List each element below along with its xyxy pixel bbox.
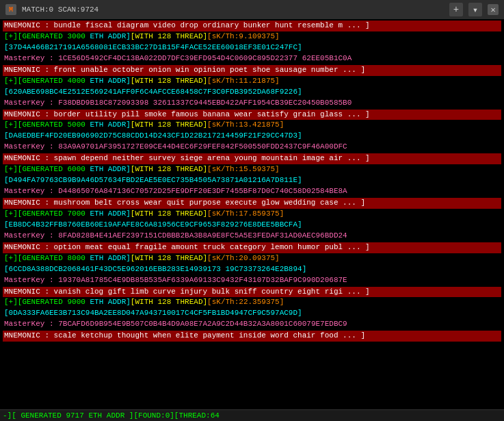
address-line: [EB8DC4B32FFB8760EB60E19AFAFE8C6A81956CE… (3, 220, 501, 231)
masterkey-line: MasterKey : 7BCAFD6D9B954E9B507C0B4B4D9A… (3, 319, 501, 330)
address-line: [D494FA79763CB9B9A46D57634FBD2EAE5E0EC73… (3, 175, 501, 186)
app-icon: M (5, 4, 16, 15)
address-line: [6CCD8A388DCB2068461F43DC5E962016EBB283E… (3, 264, 501, 275)
mnemonic-line: MNEMONIC : bundle fiscal diagram video d… (3, 21, 501, 31)
output-block: MNEMONIC : border utility pill smoke fam… (3, 110, 501, 153)
masterkey-line: MasterKey : 1CE56D5492CF4DC13BA022DD7DFC… (3, 53, 501, 64)
mnemonic-line: MNEMONIC : option meat equal fragile amo… (3, 242, 501, 253)
masterkey-line: MasterKey : F38DBD9B18C872093398 3261133… (3, 98, 501, 109)
address-line: [620ABE698BC4E2512E569241AFF0F6C4AFCCE68… (3, 87, 501, 98)
output-block: MNEMONIC : scale ketchup thought when el… (3, 331, 501, 342)
output-block: MNEMONIC : mushroom belt cross wear quit… (3, 198, 501, 242)
dropdown-button[interactable]: ▾ (468, 3, 482, 16)
generated-line: [+][GENERATED 6000 ETH ADDR][WITH 128 TH… (3, 164, 501, 175)
masterkey-line: MasterKey : D44865076A847136C70572D25FE9… (3, 186, 501, 197)
titlebar: M MATCH:0 SCAN:9724 + ▾ ✕ (0, 0, 504, 19)
address-line: [37D4A466B217191A6568081ECB33BC27D1B15F4… (3, 42, 501, 53)
mnemonic-line: MNEMONIC : spawn depend neither survey s… (3, 153, 501, 164)
masterkey-line: MasterKey : 8FAD828B4E41AEF2397151CDBBB2… (3, 231, 501, 242)
address-line: [DA8EDBEF4FD20EB906902D75C88CDD14D243CF1… (3, 131, 501, 142)
generated-line: [+][GENERATED 8000 ETH ADDR][WITH 128 TH… (3, 253, 501, 264)
add-button[interactable]: + (449, 3, 463, 16)
generated-line: [+][GENERATED 3000 ETH ADDR][WITH 128 TH… (3, 31, 501, 42)
mnemonic-line: MNEMONIC : scale ketchup thought when el… (3, 331, 501, 342)
status-text: -][ GENERATED 9717 ETH ADDR ][FOUND:0][T… (3, 411, 220, 420)
mnemonic-line: MNEMONIC : front unable october onion wi… (3, 65, 501, 76)
output-block: MNEMONIC : front unable october onion wi… (3, 65, 501, 109)
window-title: MATCH:0 SCAN:9724 (22, 5, 444, 14)
address-line: [0DA333FA6EE3B713C94BA2EE8D047A943710017… (3, 308, 501, 319)
generated-line: [+][GENERATED 5000 ETH ADDR][WITH 128 TH… (3, 120, 501, 131)
masterkey-line: MasterKey : 83A9A9701AF3951727E09CE44D4E… (3, 142, 501, 153)
mnemonic-line: MNEMONIC : mushroom belt cross wear quit… (3, 198, 501, 209)
mnemonic-line: MNEMONIC : border utility pill smoke fam… (3, 110, 501, 120)
masterkey-line: MasterKey : 19370A81785C4E9DB85B535AF633… (3, 275, 501, 286)
output-block: MNEMONIC : spawn depend neither survey s… (3, 153, 501, 197)
generated-line: [+][GENERATED 4000 ETH ADDR][WITH 128 TH… (3, 76, 501, 87)
output-block: MNEMONIC : vanish clog gift limb curve i… (3, 287, 501, 331)
mnemonic-line: MNEMONIC : vanish clog gift limb curve i… (3, 287, 501, 298)
output-area: MNEMONIC : bundle fiscal diagram video d… (0, 19, 504, 409)
generated-line: [+][GENERATED 9000 ETH ADDR][WITH 128 TH… (3, 297, 501, 308)
close-button[interactable]: ✕ (488, 4, 499, 15)
main-window: M MATCH:0 SCAN:9724 + ▾ ✕ MNEMONIC : bun… (0, 0, 504, 421)
status-bar: -][ GENERATED 9717 ETH ADDR ][FOUND:0][T… (0, 409, 504, 421)
output-block: MNEMONIC : option meat equal fragile amo… (3, 242, 501, 286)
generated-line: [+][GENERATED 7000 ETH ADDR][WITH 128 TH… (3, 209, 501, 220)
output-block: MNEMONIC : bundle fiscal diagram video d… (3, 21, 501, 64)
